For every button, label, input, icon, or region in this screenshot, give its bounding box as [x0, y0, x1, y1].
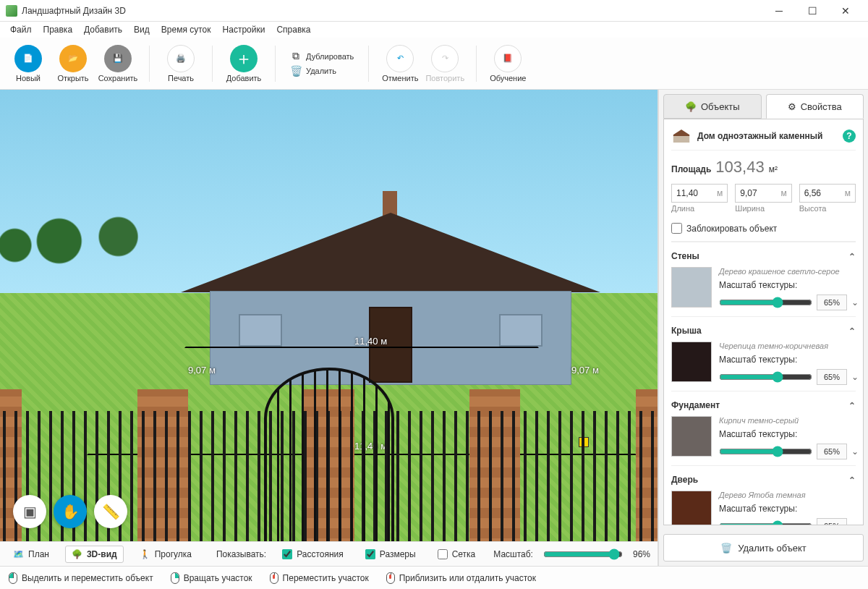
hint-select: Выделить и переместить объект: [9, 572, 153, 584]
map-icon: 🗺️: [13, 549, 24, 559]
section-title: Крыша: [671, 326, 702, 336]
texture-scale-slider[interactable]: [719, 297, 812, 308]
dim-top: 11,40 м: [354, 336, 387, 347]
file-icon: 📄: [14, 45, 42, 72]
scale-slider[interactable]: [543, 548, 623, 560]
minimize-button[interactable]: ─: [762, 0, 796, 22]
chevron-up-icon[interactable]: ⌄: [848, 475, 856, 485]
texture-scale-slider[interactable]: [719, 520, 812, 525]
view-mode-bar: 🗺️План 🌳3D-вид 🚶Прогулка Показывать: Рас…: [0, 541, 658, 566]
chevron-up-icon[interactable]: ⌄: [848, 251, 856, 261]
menu-file[interactable]: Файл: [4, 25, 38, 35]
redo-button[interactable]: ↷Повторить: [424, 42, 466, 85]
book-icon: 📕: [494, 45, 522, 72]
menu-help[interactable]: Справка: [271, 25, 316, 35]
delete-object-button[interactable]: 🗑️ Удалить объект: [663, 534, 864, 562]
texture-scale-slider[interactable]: [719, 446, 812, 457]
texture-scale-value[interactable]: 65%: [817, 369, 847, 385]
scale-label: Масштаб текстуры:: [719, 429, 859, 439]
mouse-scroll-icon: [386, 572, 395, 584]
folder-icon: 📂: [59, 45, 87, 72]
learn-button[interactable]: 📕Обучение: [487, 42, 529, 85]
walk-icon: 🚶: [140, 549, 150, 559]
chevron-up-icon[interactable]: ⌄: [848, 326, 856, 336]
tree-icon: 🌳: [72, 549, 82, 559]
width-input[interactable]: 9,07м: [735, 184, 791, 203]
menu-edit[interactable]: Правка: [38, 25, 79, 35]
plan-tab[interactable]: 🗺️План: [7, 546, 55, 562]
chevron-down-icon[interactable]: ⌄: [851, 521, 859, 525]
section-0: Стены⌄ Дерево крашеное светло-серое Масш…: [671, 242, 856, 316]
mouse-middle-icon: [270, 572, 278, 584]
texture-swatch[interactable]: [671, 416, 712, 457]
measure-tool[interactable]: 📏: [94, 495, 127, 528]
house-icon: [671, 130, 692, 143]
open-button[interactable]: 📂Открыть: [52, 42, 94, 85]
duplicate-icon: ⧉: [290, 51, 302, 62]
texture-name: Черепица темно-коричневая: [719, 342, 859, 350]
section-title: Фундамент: [671, 400, 720, 410]
chevron-down-icon[interactable]: ⌄: [851, 372, 859, 382]
texture-name: Дерево Ятоба темная: [719, 491, 859, 499]
scale-label: Масштаб текстуры:: [719, 355, 859, 365]
print-button[interactable]: 🖨️Печать: [160, 42, 202, 85]
save-button[interactable]: 💾Сохранить: [97, 42, 139, 85]
area-unit: м²: [769, 164, 778, 174]
scale-label: Масштаб текстуры:: [719, 504, 859, 514]
section-1: Крыша⌄ Черепица темно-коричневая Масштаб…: [671, 316, 856, 391]
texture-name: Дерево крашеное светло-серое: [719, 267, 859, 276]
texture-scale-value[interactable]: 65%: [817, 444, 847, 459]
gate: [264, 368, 394, 541]
chevron-up-icon[interactable]: ⌄: [848, 400, 856, 410]
distances-toggle[interactable]: Расстояния: [276, 546, 349, 562]
menu-add[interactable]: Добавить: [78, 25, 128, 35]
menu-time[interactable]: Время суток: [156, 25, 217, 35]
helpbar: Выделить и переместить объект Вращать уч…: [0, 566, 868, 589]
sizes-toggle[interactable]: Размеры: [359, 546, 422, 562]
hand-tool[interactable]: ✋: [54, 495, 87, 528]
add-button[interactable]: ＋Добавить: [223, 42, 265, 85]
orbit-tool[interactable]: ▣: [13, 495, 46, 528]
scale-label: Масштаб текстуры:: [719, 280, 859, 290]
length-input[interactable]: 11,40м: [671, 184, 728, 203]
close-button[interactable]: ✕: [829, 0, 862, 22]
texture-swatch[interactable]: [671, 342, 712, 382]
maximize-button[interactable]: ☐: [796, 0, 829, 22]
menubar: Файл Правка Добавить Вид Время суток Нас…: [0, 22, 868, 38]
scale-label: Масштаб:: [493, 549, 533, 559]
delete-button[interactable]: 🗑️Удалить: [290, 65, 354, 77]
height-input[interactable]: 6,56м: [799, 184, 856, 203]
texture-swatch[interactable]: [671, 267, 712, 308]
properties-panel: 🌳Объекты ⚙Свойства Дом одноэтажный камен…: [658, 90, 868, 566]
trash-icon: 🗑️: [720, 543, 732, 554]
undo-button[interactable]: ↶Отменить: [379, 42, 421, 85]
object-name: Дом одноэтажный каменный: [697, 131, 822, 141]
show-label: Показывать:: [216, 549, 266, 559]
tab-properties[interactable]: ⚙Свойства: [766, 94, 864, 119]
print-icon: 🖨️: [167, 45, 195, 72]
viewport-tools: ▣ ✋ 📏: [13, 495, 127, 528]
new-button[interactable]: 📄Новый: [7, 42, 49, 85]
menu-settings[interactable]: Настройки: [217, 25, 271, 35]
area-label: Площадь: [671, 164, 711, 174]
menu-view[interactable]: Вид: [128, 25, 156, 35]
tab-objects[interactable]: 🌳Объекты: [663, 94, 762, 119]
chevron-down-icon[interactable]: ⌄: [851, 446, 859, 457]
trash-icon: 🗑️: [290, 65, 302, 77]
texture-swatch[interactable]: [671, 491, 712, 525]
redo-icon: ↷: [431, 45, 459, 72]
viewport-3d[interactable]: 11,40 м 9,07 м 9,07 м 11,40 м ▣ ✋ 📏: [0, 90, 658, 541]
lock-checkbox[interactable]: Заблокировать объект: [671, 219, 856, 242]
texture-scale-slider[interactable]: [719, 371, 812, 383]
chevron-down-icon[interactable]: ⌄: [851, 297, 859, 308]
titlebar: Ландшафтный Дизайн 3D ─ ☐ ✕: [0, 0, 868, 22]
walk-tab[interactable]: 🚶Прогулка: [134, 546, 197, 562]
window-title: Ландшафтный Дизайн 3D: [22, 6, 762, 16]
texture-scale-value[interactable]: 65%: [817, 518, 847, 525]
3d-tab[interactable]: 🌳3D-вид: [65, 546, 124, 563]
duplicate-button[interactable]: ⧉Дублировать: [290, 51, 354, 62]
section-title: Стены: [671, 251, 699, 261]
texture-scale-value[interactable]: 65%: [817, 294, 847, 310]
help-button[interactable]: ?: [843, 130, 856, 143]
grid-toggle[interactable]: Сетка: [432, 546, 482, 562]
